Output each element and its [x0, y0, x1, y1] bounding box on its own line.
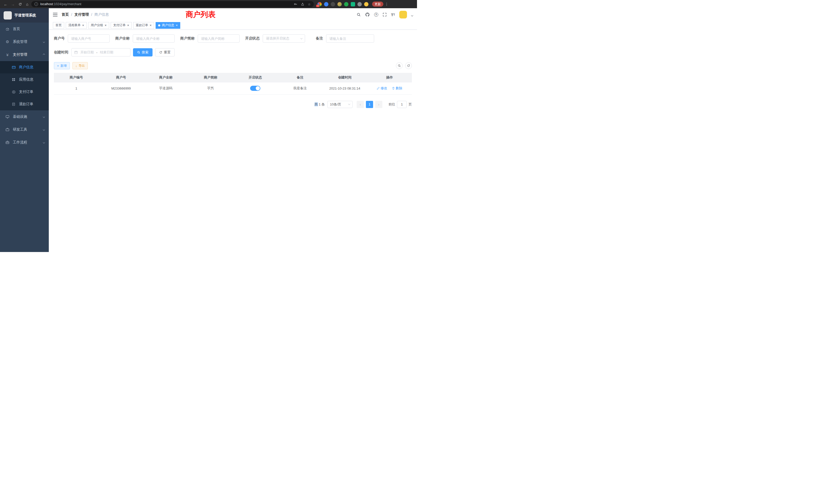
refresh-table-button[interactable]: [405, 62, 412, 69]
status-toggle[interactable]: [250, 86, 260, 91]
sidebar-item-merchant-info[interactable]: 商户信息: [0, 61, 49, 73]
breadcrumb-item[interactable]: 首页: [62, 12, 69, 17]
extension-icon[interactable]: [331, 2, 335, 6]
help-icon[interactable]: ?: [374, 13, 378, 17]
browser-home-icon[interactable]: ⌂: [24, 1, 30, 7]
user-avatar[interactable]: [399, 11, 407, 19]
tab-user-group[interactable]: 用户分组×: [88, 22, 109, 29]
chevron-down-icon: [43, 116, 45, 118]
extension-icon[interactable]: [344, 2, 348, 6]
chevron-down-icon: [43, 141, 45, 143]
navbar-actions: ? TT: [357, 11, 413, 19]
user-menu-caret-icon[interactable]: [411, 14, 413, 17]
goto-page-input[interactable]: [397, 101, 407, 108]
sidebar-item-home[interactable]: 首页: [0, 23, 49, 36]
close-icon[interactable]: ×: [176, 24, 178, 27]
column-header: 商户编号: [54, 73, 98, 82]
browser-menu-icon[interactable]: ⋮: [385, 2, 389, 6]
sidebar-item-app-info[interactable]: 应用信息: [0, 73, 49, 86]
sidebar-item-refund-order[interactable]: 退款订单: [0, 98, 49, 110]
chevron-down-icon: [43, 129, 45, 131]
delete-link[interactable]: 删除: [392, 86, 402, 91]
sidebar-item-infrastructure[interactable]: 基础设施: [0, 110, 49, 123]
browser-update-button[interactable]: 更新: [372, 2, 383, 7]
close-icon[interactable]: ×: [82, 24, 84, 27]
page-size-select[interactable]: 10条/页: [327, 101, 353, 108]
chevron-down-icon: [348, 103, 350, 105]
sidebar-item-devtools[interactable]: 研发工具: [0, 123, 49, 136]
pagination: 共 1 条 10条/页 ‹ 1 › 前往 页: [54, 101, 412, 108]
edit-link[interactable]: 修改: [377, 86, 387, 91]
merchant-no-input[interactable]: [68, 35, 110, 43]
toggle-search-button[interactable]: [396, 62, 403, 69]
browser-back-icon[interactable]: ←: [3, 1, 9, 7]
date-separator: -: [96, 50, 97, 54]
extension-icon[interactable]: [351, 2, 355, 6]
sidebar: 芋道管理系统 首页 ⚙ 系统管理 ¥ 支付管理 商户信息: [0, 8, 49, 252]
extensions-pin-icon[interactable]: [357, 2, 362, 6]
column-header: 商户全称: [144, 73, 188, 82]
fullscreen-icon[interactable]: [382, 13, 387, 17]
table-header-row: 商户编号 商户号 商户全称 商户简称 开启状态 备注 创建时间 操作: [54, 73, 412, 82]
app-logo[interactable]: 芋道管理系统: [0, 8, 49, 23]
sidebar-item-system[interactable]: ⚙ 系统管理: [0, 36, 49, 48]
cell-actions: 修改 删除: [367, 82, 412, 94]
bookmark-star-icon[interactable]: ☆: [308, 2, 311, 6]
close-icon[interactable]: ×: [105, 24, 107, 27]
field-label: 开启状态: [245, 36, 260, 41]
cell-create-time: 2021-10-23 08:31:14: [323, 82, 367, 94]
search-button[interactable]: 搜索: [133, 48, 153, 56]
sidebar-item-payment[interactable]: ¥ 支付管理: [0, 48, 49, 61]
date-range-picker[interactable]: 开始日期 - 结束日期: [71, 48, 130, 56]
remark-input[interactable]: [326, 35, 374, 43]
sidebar-item-label: 研发工具: [13, 127, 27, 132]
sidebar-item-label: 支付订单: [19, 90, 34, 94]
cell-remark: 我是备注: [278, 82, 322, 94]
page-number-button[interactable]: 1: [366, 101, 373, 108]
column-header: 商户简称: [188, 73, 233, 82]
sidebar-item-label: 系统管理: [13, 40, 27, 44]
add-button[interactable]: + 新增: [54, 62, 70, 69]
search-icon[interactable]: [357, 13, 361, 17]
close-icon[interactable]: ×: [150, 24, 152, 27]
sidebar-item-workflow[interactable]: 工作流程: [0, 136, 49, 149]
filter-full-name: 商户全称: [115, 35, 175, 43]
hamburger-icon[interactable]: [53, 13, 58, 17]
sidebar-item-label: 应用信息: [19, 77, 34, 82]
breadcrumb-item[interactable]: 支付管理: [74, 12, 89, 17]
font-size-icon[interactable]: TT: [391, 13, 395, 17]
field-label: 创建时间: [54, 50, 68, 55]
reset-button[interactable]: 重置: [155, 48, 175, 56]
password-key-icon[interactable]: [294, 2, 297, 6]
next-page-button[interactable]: ›: [375, 101, 382, 108]
short-name-input[interactable]: [198, 35, 240, 43]
full-name-input[interactable]: [133, 35, 175, 43]
extension-icon[interactable]: 10: [317, 2, 322, 6]
chevron-down-icon: [301, 37, 303, 39]
prev-page-button[interactable]: ‹: [357, 101, 364, 108]
extension-icon[interactable]: [337, 2, 342, 6]
status-select[interactable]: 请选择开启状态: [263, 35, 305, 43]
tab-home[interactable]: 首页: [53, 22, 64, 29]
share-icon[interactable]: [301, 3, 304, 6]
main-area: 商户列表 首页 / 支付管理 / 商户信息 ?: [49, 8, 417, 252]
browser-forward-icon[interactable]: →: [10, 1, 16, 7]
tab-refund-order[interactable]: 退款订单×: [133, 22, 154, 29]
browser-refresh-icon[interactable]: [17, 1, 23, 7]
site-info-icon[interactable]: i: [35, 2, 38, 6]
page-unit-label: 页: [409, 102, 412, 107]
page-url: localhost:1024/pay/merchant: [40, 2, 81, 6]
tab-merchant-info[interactable]: 商户信息×: [156, 22, 180, 29]
table-toolbar: + 新增 ↓ 导出: [54, 62, 412, 69]
extension-icon[interactable]: [324, 2, 328, 6]
export-button[interactable]: ↓ 导出: [72, 62, 88, 69]
github-icon[interactable]: [365, 12, 370, 17]
close-icon[interactable]: ×: [127, 24, 129, 27]
address-bar[interactable]: i localhost:1024/pay/merchant ☆: [31, 1, 314, 7]
tab-payment-order[interactable]: 支付订单×: [111, 22, 132, 29]
sidebar-item-payment-order[interactable]: 支付订单: [0, 86, 49, 98]
tab-process-form[interactable]: 流程表单×: [66, 22, 87, 29]
cell-status: [233, 82, 278, 94]
sidebar-item-label: 首页: [13, 27, 20, 31]
extension-icon[interactable]: [364, 2, 369, 6]
